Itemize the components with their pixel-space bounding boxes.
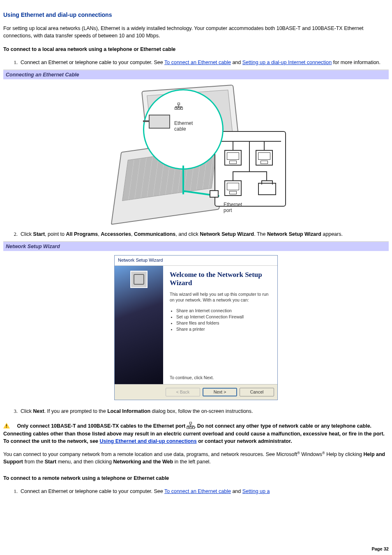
text: . The [254, 231, 267, 237]
remote-paragraph: You can connect to your company network … [3, 451, 389, 465]
text: Start [33, 231, 45, 237]
text: Local Information [107, 408, 150, 414]
procedure1-heading: To connect to a local area network using… [3, 46, 389, 53]
text: dialog box, follow the on-screen instruc… [150, 408, 253, 414]
figure-network-wizard: Network Setup Wizard Welcome to the Netw… [3, 251, 389, 408]
text: Click [21, 408, 33, 414]
text: Networking and the Web [113, 459, 173, 465]
wizard-heading: Welcome to the Network Setup Wizard [170, 271, 271, 287]
proc1-step2: Click Start, point to All Programs, Acce… [19, 230, 389, 238]
intro-paragraph: For setting up local area networks (LANs… [3, 25, 389, 39]
list-item: Share files and folders [176, 320, 271, 326]
wizard-back-button: < Back [166, 388, 200, 396]
text: Communications [134, 231, 175, 237]
wizard-description: This wizard will help you set up this co… [170, 292, 271, 303]
link-using-ethernet[interactable]: Using Ethernet and dial-up connections [100, 438, 197, 444]
figure-band-ethernet: Connecting an Ethernet Cable [3, 69, 389, 79]
ethernet-port-icon [187, 424, 194, 428]
text: Click [21, 231, 33, 237]
warning-icon [3, 423, 10, 428]
text: ® [322, 451, 325, 455]
text: , [131, 231, 134, 237]
procedure2-heading: To connect to a remote network using a t… [3, 474, 389, 482]
text: and [231, 60, 242, 65]
page-title: Using Ethernet and dial-up connections [3, 11, 389, 19]
wizard-feature-list: Share an Internet connection Set up Inte… [171, 308, 271, 332]
text: Connect an Ethernet or telephone cable t… [21, 488, 164, 494]
label-ethernet-port: Ethernet port [224, 202, 242, 214]
text: Help by clicking [325, 451, 364, 457]
list-item: Set up Internet Connection Firewall [176, 314, 271, 320]
text: , point to [45, 231, 66, 237]
wizard-continue-text: To continue, click Next. [170, 358, 271, 381]
list-item: Share a printer [176, 326, 271, 332]
wizard-cancel-button[interactable]: Cancel [240, 388, 274, 396]
text: appears. [321, 231, 343, 237]
text: Connect an Ethernet or telephone cable t… [21, 60, 164, 65]
text: You can connect to your company network … [3, 451, 297, 457]
text: Windows [300, 451, 322, 457]
wizard-next-button[interactable]: Next > [203, 388, 237, 396]
text: ® [297, 451, 300, 455]
link-setup-dialup[interactable]: Setting up a dial-up Internet connection [242, 60, 332, 65]
text: Network Setup Wizard [267, 231, 321, 237]
text: Next [33, 408, 44, 414]
link-setup-dialup[interactable]: Setting up a [242, 488, 270, 494]
proc1-step1: Connect an Ethernet or telephone cable t… [19, 59, 389, 66]
text: . If you are prompted to the [44, 408, 108, 414]
proc2-step1: Connect an Ethernet or telephone cable t… [19, 488, 389, 495]
text: and [231, 488, 242, 494]
figure-band-wizard: Network Setup Wizard [3, 241, 389, 251]
wizard-sidebar-graphic [115, 266, 163, 384]
text: , and click [175, 231, 200, 237]
figure-ethernet-cable: Ethernet cable Ethernet port [3, 79, 389, 230]
text: in the left panel. [173, 459, 211, 465]
wizard-titlebar: Network Setup Wizard [115, 256, 277, 266]
label-ethernet-cable: Ethernet cable [174, 120, 193, 132]
text: from the [23, 459, 45, 465]
text: Only connect 10BASE-T and 100BASE-TX cab… [17, 423, 187, 429]
proc1-step3: Click Next. If you are prompted to the L… [19, 408, 389, 415]
warning-paragraph: Only connect 10BASE-T and 100BASE-TX cab… [3, 422, 389, 444]
text: menu, and then clicking [56, 459, 113, 465]
list-item: Share an Internet connection [176, 308, 271, 314]
text: for more information. [332, 60, 380, 65]
link-connect-ethernet[interactable]: To connect an Ethernet cable [164, 60, 231, 65]
text: Start [45, 459, 56, 465]
link-connect-ethernet[interactable]: To connect an Ethernet cable [164, 488, 231, 494]
text: Network Setup Wizard [200, 231, 254, 237]
text: or contact your network administrator. [197, 438, 292, 444]
text: Accessories [101, 231, 131, 237]
text: All Programs [66, 231, 98, 237]
ethernet-port-icon [175, 101, 182, 111]
